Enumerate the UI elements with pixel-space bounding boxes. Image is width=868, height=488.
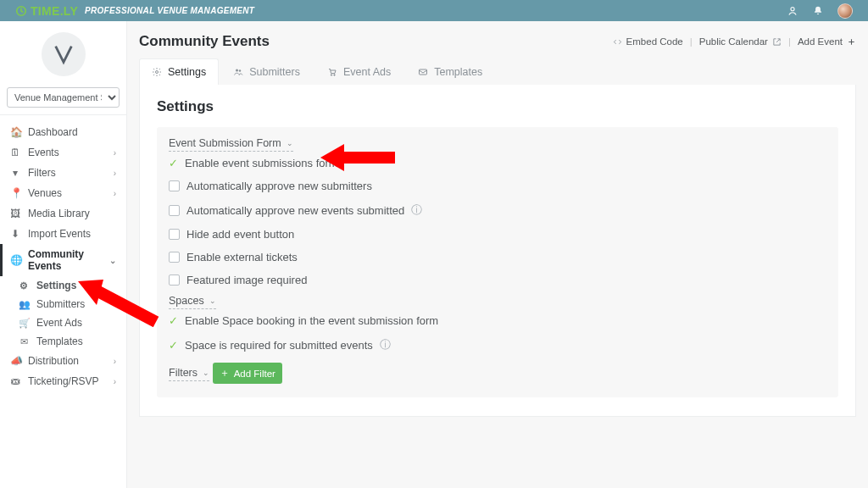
section-label: Filters [169, 367, 198, 379]
nav-label: Media Library [28, 208, 90, 219]
nav-sub-settings[interactable]: ⚙Settings [8, 276, 126, 295]
calendar-select[interactable]: Venue Management Software [7, 87, 120, 108]
nav-ticketing[interactable]: 🎟Ticketing/RSVP› [0, 371, 126, 391]
nav-label: Ticketing/RSVP [28, 375, 99, 387]
checkbox-icon [169, 180, 180, 191]
nav-label: Import Events [28, 228, 91, 240]
settings-heading: Settings [157, 98, 838, 115]
user-avatar[interactable] [837, 3, 853, 19]
nav-import[interactable]: ⬇Import Events [0, 224, 126, 244]
brand-block: TIME.LY PROFESSIONAL VENUE MANAGEMENT [15, 4, 254, 18]
add-event-link[interactable]: Add Event [798, 36, 856, 47]
check-icon: ✓ [169, 158, 178, 169]
nav-sub-eventads[interactable]: 🛒Event Ads [8, 313, 126, 332]
nav-community-events[interactable]: 🌐Community Events⌄ [0, 244, 126, 276]
checkbox-icon [169, 274, 180, 286]
opt-label: Automatically approve new submitters [186, 180, 372, 192]
user-outline-icon[interactable] [787, 5, 798, 17]
nav-label: Filters [28, 167, 56, 179]
page-actions: Embed Code | Public Calendar | Add Event [613, 36, 856, 47]
section-filters[interactable]: Filters ⌄ [169, 367, 209, 381]
action-label: Add Event [798, 36, 843, 47]
mail-icon: ✉ [19, 336, 29, 347]
nav-label: Dashboard [28, 126, 78, 138]
nav-media[interactable]: 🖼Media Library [0, 203, 126, 224]
nav-events[interactable]: 🗓Events› [0, 142, 126, 163]
info-icon[interactable]: ⓘ [411, 202, 422, 218]
nav-sub-templates[interactable]: ✉Templates [8, 332, 126, 351]
info-icon[interactable]: ⓘ [380, 337, 391, 352]
tab-submitters[interactable]: Submitters [220, 58, 313, 85]
opt-label: Enable Space booking in the event submis… [185, 314, 438, 327]
sidebar: Venue Management Software 🏠Dashboard 🗓Ev… [0, 21, 127, 488]
main: Community Events Embed Code | Public Cal… [127, 21, 868, 488]
tab-label: Submitters [249, 66, 300, 78]
svg-point-3 [236, 69, 238, 72]
chevron-down-icon: ⌄ [203, 369, 209, 377]
chevron-right-icon: › [114, 377, 116, 386]
share-icon: 📣 [10, 355, 20, 367]
opt-space-required[interactable]: ✓ Space is required for submitted events… [169, 332, 826, 358]
nav-label: Events [28, 147, 59, 158]
image-icon: 🖼 [10, 208, 20, 219]
tab-label: Settings [168, 66, 206, 78]
chevron-right-icon: › [114, 357, 116, 366]
tab-templates[interactable]: Templates [405, 58, 495, 85]
nav-sub-submitters[interactable]: 👥Submitters [8, 295, 126, 313]
opt-auto-approve-events[interactable]: Automatically approve new events submitt… [169, 197, 826, 223]
chevron-right-icon: › [114, 148, 116, 158]
add-filter-button[interactable]: ＋ Add Filter [213, 363, 282, 384]
svg-point-1 [791, 7, 794, 10]
chevron-down-icon: ⌄ [109, 256, 116, 265]
nav-distribution[interactable]: 📣Distribution› [0, 351, 126, 371]
top-icons [787, 3, 853, 19]
settings-body: Event Submission Form ⌄ ✓ Enable event s… [157, 127, 838, 397]
public-calendar-link[interactable]: Public Calendar [699, 36, 782, 47]
opt-label: Enable event submissions form [185, 157, 338, 169]
opt-label: Automatically approve new events submitt… [186, 204, 404, 217]
bell-icon[interactable] [812, 5, 824, 17]
tab-eventads[interactable]: Event Ads [314, 58, 403, 85]
opt-enable-space-booking[interactable]: ✓ Enable Space booking in the event subm… [169, 309, 826, 332]
svg-point-6 [334, 75, 335, 75]
opt-enable-external-tickets[interactable]: Enable external tickets [169, 246, 826, 269]
chevron-right-icon: › [114, 169, 116, 178]
section-spaces[interactable]: Spaces ⌄ [169, 295, 216, 309]
pin-icon: 📍 [10, 187, 20, 199]
ticket-icon: 🎟 [10, 375, 20, 387]
tabs: Settings Submitters Event Ads Templates [139, 58, 856, 85]
nav-label: Submitters [36, 298, 85, 310]
brand-logo-icon [15, 5, 27, 17]
nav-dashboard[interactable]: 🏠Dashboard [0, 122, 126, 142]
tab-label: Templates [434, 66, 482, 78]
nav-label: Templates [36, 336, 83, 347]
gear-icon [152, 67, 162, 77]
checkbox-icon [169, 229, 180, 240]
opt-label: Featured image required [186, 274, 307, 286]
embed-code-link[interactable]: Embed Code [613, 36, 683, 47]
nav-venues[interactable]: 📍Venues› [0, 183, 126, 203]
cart-icon: 🛒 [19, 318, 29, 329]
action-label: Public Calendar [699, 36, 768, 47]
sliders-icon: ⚙ [19, 280, 29, 291]
opt-hide-add-event[interactable]: Hide add event button [169, 223, 826, 246]
section-label: Event Submission Form [169, 137, 281, 149]
mail-icon [418, 67, 428, 77]
opt-enable-event-submissions[interactable]: ✓ Enable event submissions form [169, 152, 826, 175]
nav-label: Event Ads [36, 317, 82, 329]
opt-featured-image-required[interactable]: Featured image required [169, 269, 826, 291]
section-event-submission-form[interactable]: Event Submission Form ⌄ [169, 137, 293, 152]
nav-community-sub: ⚙Settings 👥Submitters 🛒Event Ads ✉Templa… [0, 276, 126, 351]
button-label: Add Filter [234, 369, 275, 379]
filter-icon: ▾ [10, 167, 20, 179]
top-bar: TIME.LY PROFESSIONAL VENUE MANAGEMENT [0, 0, 868, 21]
settings-panel: Settings Event Submission Form ⌄ ✓ Enabl… [139, 85, 856, 417]
checkbox-icon [169, 205, 180, 216]
download-icon: ⬇ [10, 228, 20, 240]
tab-settings[interactable]: Settings [139, 58, 219, 85]
opt-label: Space is required for submitted events [185, 339, 373, 352]
page-title: Community Events [139, 33, 270, 50]
nav-filters[interactable]: ▾Filters› [0, 163, 126, 183]
opt-auto-approve-submitters[interactable]: Automatically approve new submitters [169, 175, 826, 197]
nav-label: Settings [36, 280, 76, 291]
